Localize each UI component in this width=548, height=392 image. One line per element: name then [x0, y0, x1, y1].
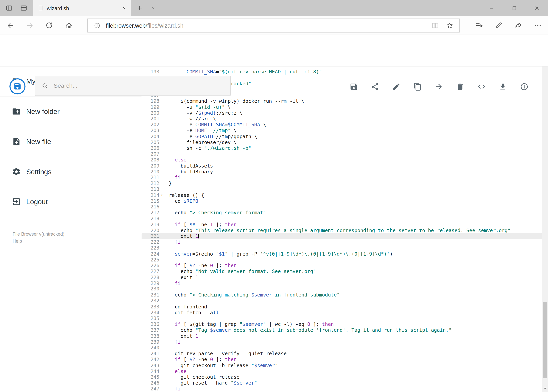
info-icon	[520, 83, 528, 91]
tab-close-icon[interactable]	[122, 6, 126, 10]
code-line[interactable]: 240	[141, 345, 542, 351]
home-button[interactable]	[61, 16, 77, 35]
maximize-button[interactable]	[506, 0, 522, 16]
code-line[interactable]: 204 -e GOPATH=//tmp/gopath \	[141, 133, 542, 139]
code-line[interactable]: 243 git checkout -b release "$semver"	[141, 363, 542, 368]
download-button[interactable]	[499, 83, 507, 91]
code-line[interactable]: 216	[141, 204, 542, 210]
text-cursor	[198, 234, 199, 238]
code-line[interactable]: 209 buildAssets	[141, 163, 542, 169]
scrollbar-down-button[interactable]	[544, 388, 547, 389]
tab-list-button[interactable]	[148, 0, 159, 16]
code-line[interactable]: 215 cd $REPO	[141, 198, 542, 204]
browser-tab[interactable]: wizard.sh	[33, 0, 131, 16]
code-line[interactable]: 228 exit 1	[141, 274, 542, 280]
code-button[interactable]	[477, 83, 486, 91]
page-info-button[interactable]	[91, 19, 103, 33]
code-line[interactable]: 235	[141, 315, 542, 321]
code-line[interactable]: 201 -w //src \	[141, 116, 542, 122]
code-line[interactable]: 206 sh -c "./wizard.sh -b"	[141, 145, 542, 151]
code-line[interactable]: 234 git fetch --all	[141, 310, 542, 315]
back-button[interactable]	[3, 16, 18, 35]
code-line[interactable]: 208 else	[141, 157, 542, 163]
info-button[interactable]	[520, 83, 528, 91]
sidebar-item-logout[interactable]: Logout	[0, 187, 141, 217]
copy-button[interactable]	[413, 83, 422, 91]
code-line[interactable]: 212}	[141, 181, 542, 186]
code-line[interactable]: 247 fi	[141, 386, 542, 392]
code-line[interactable]: 238 exit 1	[141, 333, 542, 339]
code-line[interactable]: 245 git checkout release	[141, 374, 542, 380]
forward-button[interactable]	[22, 16, 38, 35]
sidebar-item-new-file[interactable]: New file	[0, 127, 141, 157]
address-bar[interactable]: filebrowser.web/files/wizard.sh	[87, 19, 460, 33]
code-line[interactable]: 236 if [ $(git tag | grep "$semver" | wc…	[141, 321, 542, 327]
code-line[interactable]: 241 git rev-parse --verify --quiet relea…	[141, 351, 542, 357]
code-line[interactable]: 242 if [ $? -ne 0 ]; then	[141, 357, 542, 363]
code-line[interactable]: 213	[141, 186, 542, 192]
sidebar-help-link[interactable]: Help	[13, 238, 64, 245]
fold-marker-icon[interactable]: ▾	[160, 192, 164, 198]
reading-view-button[interactable]	[429, 19, 441, 33]
code-line[interactable]: 210 buildBinary	[141, 169, 542, 175]
code-line[interactable]: 203 -e HOME="//tmp" \	[141, 128, 542, 133]
scrollbar-thumb[interactable]	[543, 302, 547, 378]
browser-tab-bar: wizard.sh	[0, 0, 548, 16]
code-line[interactable]: 224 semver=$(echo "$1" | grep -P '^v(0|[…	[141, 251, 542, 257]
code-line[interactable]: 217 echo "> Checking semver format"	[141, 210, 542, 216]
code-line[interactable]: 193 COMMIT_SHA="$(git rev-parse HEAD | c…	[141, 69, 542, 75]
code-line[interactable]: 200 -v /$(pwd):/src:z \	[141, 110, 542, 116]
save-button[interactable]	[349, 83, 358, 91]
scrollbar[interactable]	[542, 35, 548, 392]
favorite-star-button[interactable]	[444, 19, 456, 33]
code-line[interactable]: 237 echo "Tag $semver does not exist in …	[141, 327, 542, 333]
code-line[interactable]: 198 $(command -v winpty) docker run --rm…	[141, 98, 542, 104]
code-line[interactable]: 221 exit 1	[141, 233, 542, 239]
share-page-button[interactable]	[511, 16, 526, 35]
hub-button[interactable]	[472, 16, 487, 35]
code-line[interactable]: 219 if [ $# -ne 1 ]; then	[141, 222, 542, 227]
close-window-button[interactable]	[529, 0, 545, 16]
code-line[interactable]: 229 fi	[141, 280, 542, 286]
fold-gutter	[160, 222, 164, 227]
move-button[interactable]	[435, 83, 443, 91]
code-line[interactable]: 233 cd frontend	[141, 304, 542, 310]
code-line[interactable]: 226 if [ $? -ne 0 ]; then	[141, 263, 542, 268]
annotate-button[interactable]	[491, 16, 506, 35]
edit-button[interactable]	[392, 83, 401, 91]
sidebar-item-settings[interactable]: Settings	[0, 157, 141, 187]
search-box[interactable]	[35, 76, 231, 96]
line-number: 239	[141, 339, 159, 345]
refresh-button[interactable]	[41, 16, 57, 35]
code-line[interactable]: 232	[141, 298, 542, 304]
code-line[interactable]: 244 else	[141, 368, 542, 374]
sidebar-item-new-folder[interactable]: New folder	[0, 97, 141, 127]
code-line[interactable]: 230	[141, 286, 542, 292]
code-line[interactable]: 223	[141, 245, 542, 251]
search-input[interactable]	[54, 82, 224, 90]
tabs-aside-button[interactable]	[2, 0, 16, 16]
code-line[interactable]: 231 echo "> Checking matching $semver in…	[141, 292, 542, 298]
code-line[interactable]: 239 fi	[141, 339, 542, 345]
code-line[interactable]: 199 -u "$(id -u)" \	[141, 104, 542, 110]
tab-preview-button[interactable]	[17, 0, 31, 16]
code-line[interactable]: 202 -e COMMIT_SHA=$COMMIT_SHA \	[141, 122, 542, 128]
minimize-button[interactable]	[483, 0, 499, 16]
code-line[interactable]: 211 fi	[141, 175, 542, 181]
code-editor[interactable]: 193 COMMIT_SHA="$(git rev-parse HEAD | c…	[141, 66, 542, 392]
code-line[interactable]: 214▾release () {	[141, 192, 542, 198]
code-line[interactable]: 218	[141, 216, 542, 222]
delete-button[interactable]	[456, 83, 465, 91]
code-line[interactable]: 205 filebrowser/dev \	[141, 139, 542, 145]
code-line[interactable]: 222 fi	[141, 239, 542, 245]
new-tab-button[interactable]	[132, 0, 146, 16]
code-line[interactable]: 207	[141, 151, 542, 157]
code-line[interactable]: 227 echo "Not valid semver format. See s…	[141, 268, 542, 274]
code-line[interactable]: 246 git reset --hard "$semver"	[141, 380, 542, 386]
code-line[interactable]: 225	[141, 257, 542, 263]
more-options-button[interactable]	[530, 16, 546, 35]
code-line[interactable]: 220 echo "This release script requires a…	[141, 227, 542, 233]
line-number: 203	[141, 128, 159, 133]
share-button[interactable]	[371, 83, 379, 91]
app-logo[interactable]	[9, 78, 25, 94]
